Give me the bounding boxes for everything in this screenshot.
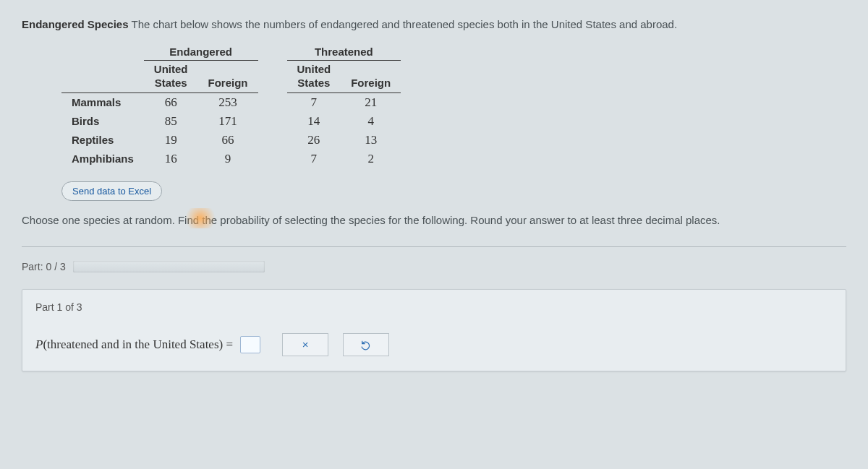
cell: 253 bbox=[198, 92, 258, 112]
cell: 7 bbox=[287, 92, 341, 112]
answer-input[interactable] bbox=[240, 336, 260, 353]
intro-text: Endangered Species The chart below shows… bbox=[22, 18, 846, 30]
table-row: Amphibians 16 9 7 2 bbox=[61, 150, 401, 168]
progress-label: Part: 0 / 3 bbox=[22, 261, 66, 272]
cell: 26 bbox=[287, 131, 341, 150]
close-icon: × bbox=[302, 338, 309, 350]
row-label-amphibians: Amphibians bbox=[61, 150, 144, 168]
probability-expression: P(threatened and in the United States) =… bbox=[35, 333, 833, 356]
col-group-threatened: Threatened bbox=[287, 43, 401, 61]
progress-bar bbox=[73, 261, 265, 272]
cell: 13 bbox=[341, 131, 401, 150]
cell: 9 bbox=[198, 150, 258, 168]
clear-button[interactable]: × bbox=[282, 333, 328, 356]
intro-body: The chart below shows the numbers of end… bbox=[131, 18, 677, 30]
col-threatened-us: UnitedStates bbox=[287, 61, 341, 92]
instruction-body: Choose one species at random. Find the p… bbox=[22, 214, 720, 226]
species-table: Endangered Threatened UnitedStates Forei… bbox=[61, 43, 401, 168]
table-row: Mammals 66 253 7 21 bbox=[61, 92, 401, 112]
cell: 4 bbox=[341, 112, 401, 131]
part-1-card: Part 1 of 3 P(threatened and in the Unit… bbox=[22, 289, 846, 371]
prob-expr: P(threatened and in the United States) = bbox=[35, 337, 233, 352]
cell: 2 bbox=[341, 150, 401, 168]
part-progress: Part: 0 / 3 bbox=[22, 246, 846, 273]
cell: 66 bbox=[144, 92, 198, 112]
prob-P: P bbox=[35, 337, 43, 351]
intro-headline: Endangered Species bbox=[22, 18, 129, 30]
part-1-title: Part 1 of 3 bbox=[35, 301, 833, 313]
reset-button[interactable] bbox=[343, 333, 389, 356]
cell: 19 bbox=[144, 131, 198, 150]
cell: 171 bbox=[198, 112, 258, 131]
cell: 21 bbox=[341, 92, 401, 112]
col-threatened-foreign: Foreign bbox=[341, 61, 401, 92]
col-endangered-us: UnitedStates bbox=[144, 61, 198, 92]
undo-icon bbox=[360, 339, 372, 350]
table-row: Birds 85 171 14 4 bbox=[61, 112, 401, 131]
species-table-wrap: Endangered Threatened UnitedStates Forei… bbox=[61, 43, 846, 168]
cell: 66 bbox=[198, 131, 258, 150]
row-label-reptiles: Reptiles bbox=[61, 131, 144, 150]
cell: 14 bbox=[287, 112, 341, 131]
equals-sign: = bbox=[226, 337, 233, 351]
table-row: Reptiles 19 66 26 13 bbox=[61, 131, 401, 150]
cell: 7 bbox=[287, 150, 341, 168]
col-endangered-foreign: Foreign bbox=[198, 61, 258, 92]
prob-event: threatened and in the United States bbox=[47, 337, 218, 351]
row-label-birds: Birds bbox=[61, 112, 144, 131]
col-group-endangered: Endangered bbox=[144, 43, 258, 61]
row-label-mammals: Mammals bbox=[61, 92, 144, 112]
cell: 85 bbox=[144, 112, 198, 131]
cell: 16 bbox=[144, 150, 198, 168]
instruction-text: Choose one species at random. Find the p… bbox=[22, 214, 846, 226]
send-to-excel-button[interactable]: Send data to Excel bbox=[61, 181, 162, 201]
